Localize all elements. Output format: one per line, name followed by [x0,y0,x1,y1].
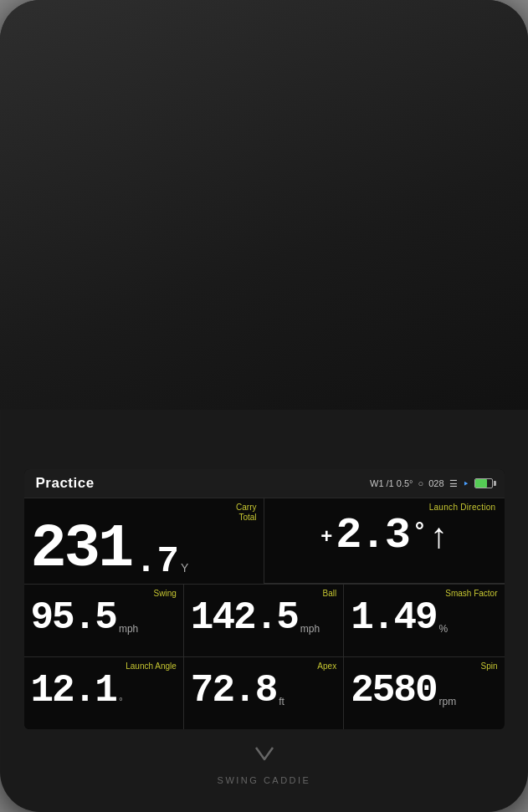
display-screen: Practice W1 /1 0.5° ○ 028 ☰ ‣ Carry Tota… [24,469,505,729]
ball-prefix: 1 [191,599,213,637]
wind-icon: W1 /1 0.5° [370,478,413,488]
swing-unit: mph [119,624,138,634]
apex-unit: ft [279,697,285,707]
bottom-row: Launch Angle 1 2.1 ° Apex 72.8 ft Spin [24,657,505,729]
device-top-area [0,0,528,410]
spin-value: 2580 [351,672,436,710]
carry-main-value: 231 [31,519,132,580]
ball-value: 42.5 [212,599,297,637]
top-row: Carry Total 231 .7 Y Launch Direction + … [24,498,505,585]
circle-icon: ○ [418,478,423,488]
spin-cell: Spin 2580 rpm [344,657,504,729]
swing-value: 95.5 [31,599,116,637]
ball-value-group: 1 42.5 mph [191,599,336,637]
smash-factor-unit: % [439,624,449,634]
launch-dir-number: 2.3 [336,514,409,558]
apex-value: 72.8 [191,672,276,710]
launch-dir-arrow: ↑ [430,518,448,554]
carry-total-cell: Carry Total 231 .7 Y [24,498,264,584]
shot-count: 028 [428,478,443,488]
status-bar: Practice W1 /1 0.5° ○ 028 ☰ ‣ [24,469,505,498]
swing-value-group: 95.5 mph [31,599,177,637]
device-body: Practice W1 /1 0.5° ○ 028 ☰ ‣ Carry Tota… [0,0,528,812]
launch-angle-unit: ° [119,697,123,707]
brand-area: SWING CADDIE [218,741,311,785]
middle-row: Swing 95.5 mph Ball 1 42.5 mph Smash Fac… [24,585,505,657]
brand-logo-icon [252,741,277,772]
launch-angle-value-group: 1 2.1 ° [31,672,177,710]
spin-value-group: 2580 rpm [351,672,497,710]
brand-name-label: SWING CADDIE [218,775,311,785]
smash-factor-prefix: 1. [351,599,393,637]
apex-value-group: 72.8 ft [191,672,336,710]
spin-unit: rpm [439,697,457,707]
smash-factor-value-group: 1. 49 % [351,599,497,637]
carry-decimal: .7 [135,543,179,580]
carry-unit: Y [181,561,188,575]
battery-icon [474,478,493,488]
launch-direction-value-group: + 2.3 ° ↑ [273,514,496,558]
mode-label: Practice [36,475,95,492]
launch-angle-prefix: 1 [31,672,53,710]
ball-cell: Ball 1 42.5 mph [184,585,344,656]
apex-cell: Apex 72.8 ft [184,657,344,729]
status-icons-group: W1 /1 0.5° ○ 028 ☰ ‣ [370,477,493,490]
smash-factor-value: 49 [393,599,436,637]
smash-factor-cell: Smash Factor 1. 49 % [344,585,504,656]
launch-angle-cell: Launch Angle 1 2.1 ° [24,657,184,729]
ball-unit: mph [300,624,320,634]
settings-icon: ☰ [449,478,458,489]
launch-angle-value: 2.1 [52,672,116,710]
swing-cell: Swing 95.5 mph [24,585,184,656]
launch-dir-prefix: + [320,524,332,548]
swing-caddie-logo-svg [252,741,277,766]
launch-dir-degree: ° [413,519,427,545]
launch-direction-cell: Launch Direction + 2.3 ° ↑ [264,498,505,584]
carry-value-group: 231 .7 Y [31,519,257,580]
bluetooth-icon: ‣ [463,477,469,490]
